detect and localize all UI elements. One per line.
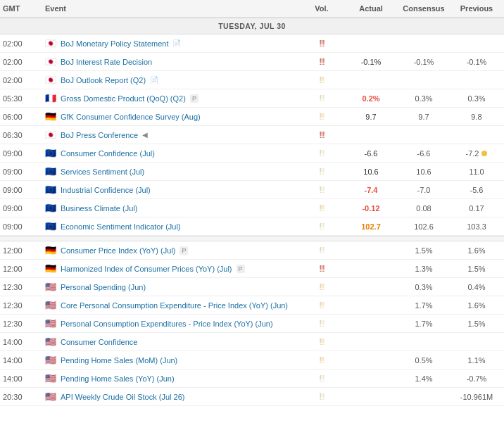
- event-cell: 🇪🇺Business Climate (Jul): [45, 204, 297, 213]
- section-label: TUESDAY, JUL 30: [0, 18, 504, 34]
- event-link[interactable]: Consumer Confidence (Jul): [61, 149, 155, 158]
- event-link[interactable]: Economic Sentiment Indicator (Jul): [61, 222, 181, 231]
- vol-indicator: !!!: [319, 149, 324, 158]
- flag-jp: 🇯🇵: [45, 39, 58, 48]
- consensus-cell: 0.3%: [396, 94, 452, 103]
- consensus-cell: 0.3%: [396, 283, 452, 291]
- consensus-cell: 1.4%: [396, 374, 452, 383]
- event-cell: 🇺🇸Consumer Confidence: [45, 338, 297, 346]
- vol-indicator: !!!: [319, 392, 324, 402]
- actual-cell: -0.12: [346, 204, 396, 213]
- table-row: 20:30🇺🇸API Weekly Crude Oil Stock (Jul 2…: [0, 388, 504, 406]
- flag-us: 🇺🇸: [45, 393, 58, 401]
- gmt-cell: 06:30: [3, 131, 45, 139]
- actual-cell: 0.2%: [346, 94, 396, 103]
- table-row: 06:30🇯🇵BoJ Press Conference◀!!!: [0, 126, 504, 144]
- actual-cell: 102.7: [346, 222, 396, 231]
- gmt-cell: 02:00: [3, 39, 45, 48]
- table-row: 14:00🇺🇸Pending Home Sales (MoM) (Jun)!!!…: [0, 351, 504, 370]
- event-link[interactable]: Services Sentiment (Jul): [61, 168, 144, 176]
- consensus-cell: 1.7%: [396, 320, 452, 328]
- vol-indicator: !!!: [319, 355, 324, 365]
- event-link[interactable]: Personal Spending (Jun): [61, 283, 146, 291]
- vol-cell: !!!: [297, 75, 346, 85]
- event-cell: 🇺🇸Pending Home Sales (YoY) (Jun): [45, 374, 297, 383]
- gmt-cell: 14:00: [3, 356, 45, 365]
- previous-cell: 9.8: [452, 113, 501, 121]
- event-cell: 🇩🇪Harmonized Index of Consumer Prices (Y…: [45, 265, 297, 273]
- vol-indicator: !!!: [319, 264, 324, 274]
- flag-eu: 🇪🇺: [45, 204, 58, 213]
- event-link[interactable]: Industrial Confidence (Jul): [61, 186, 151, 194]
- event-link[interactable]: Consumer Confidence: [61, 338, 137, 346]
- consensus-cell: 0.5%: [396, 356, 452, 365]
- table-row: 12:30🇺🇸Personal Spending (Jun)!!!0.3%0.4…: [0, 278, 504, 296]
- flag-us: 🇺🇸: [45, 338, 58, 346]
- event-cell: 🇩🇪Consumer Price Index (YoY) (Jul)P: [45, 246, 297, 255]
- vol-cell: !!!: [297, 392, 346, 402]
- actual-value: -7.4: [365, 186, 378, 194]
- gmt-cell: 12:30: [3, 283, 45, 291]
- event-link[interactable]: BoJ Press Conference: [61, 131, 138, 139]
- event-link[interactable]: BoJ Outlook Report (Q2): [61, 76, 146, 84]
- actual-value: 9.7: [365, 113, 376, 121]
- previous-cell: -0.7%: [452, 374, 501, 383]
- vol-indicator: !!!: [319, 167, 324, 177]
- header-gmt: GMT: [3, 4, 45, 13]
- vol-indicator: !!!: [319, 282, 324, 292]
- table-row: 02:00🇯🇵BoJ Outlook Report (Q2)📄!!!: [0, 71, 504, 89]
- event-link[interactable]: Harmonized Index of Consumer Prices (YoY…: [61, 265, 232, 273]
- event-cell: 🇪🇺Services Sentiment (Jul): [45, 168, 297, 176]
- vol-cell: !!!: [297, 222, 346, 232]
- event-cell: 🇪🇺Industrial Confidence (Jul): [45, 186, 297, 194]
- actual-cell: 10.6: [346, 168, 396, 176]
- table-row: 12:00🇩🇪Consumer Price Index (YoY) (Jul)P…: [0, 241, 504, 260]
- previous-cell: -7.2: [452, 149, 501, 158]
- flag-jp: 🇯🇵: [45, 76, 58, 84]
- previous-cell: 1.1%: [452, 356, 501, 365]
- vol-indicator: !!!: [319, 319, 324, 329]
- document-icon: 📄: [150, 76, 158, 84]
- consensus-cell: 102.6: [396, 222, 452, 231]
- flag-us: 🇺🇸: [45, 301, 58, 310]
- previous-cell: 1.5%: [452, 320, 501, 328]
- table-row: 09:00🇪🇺Economic Sentiment Indicator (Jul…: [0, 217, 504, 236]
- event-link[interactable]: Pending Home Sales (MoM) (Jun): [61, 356, 177, 365]
- vol-cell: !!!: [297, 337, 346, 347]
- flag-de: 🇩🇪: [45, 265, 58, 273]
- rows-container: 02:00🇯🇵BoJ Monetary Policy Statement📄!!!…: [0, 34, 504, 406]
- vol-cell: !!!: [297, 282, 346, 292]
- event-link[interactable]: API Weekly Crude Oil Stock (Jul 26): [61, 393, 184, 401]
- gmt-cell: 12:30: [3, 320, 45, 328]
- previous-cell: 1.6%: [452, 301, 501, 310]
- event-link[interactable]: Core Personal Consumption Expenditure - …: [61, 301, 288, 310]
- event-link[interactable]: Gross Domestic Product (QoQ) (Q2): [61, 94, 186, 103]
- vol-cell: !!!: [297, 149, 346, 158]
- event-link[interactable]: Personal Consumption Expenditures - Pric…: [61, 320, 273, 328]
- consensus-cell: -6.6: [396, 149, 452, 158]
- header-vol: Vol.: [297, 4, 346, 13]
- gmt-cell: 09:00: [3, 222, 45, 231]
- economic-calendar: GMT Event Vol. Actual Consensus Previous…: [0, 0, 504, 406]
- event-link[interactable]: BoJ Interest Rate Decision: [61, 58, 152, 66]
- document-icon: 📄: [172, 39, 181, 47]
- event-link[interactable]: GfK Consumer Confidence Survey (Aug): [61, 113, 201, 121]
- table-row: 02:00🇯🇵BoJ Interest Rate Decision!!!-0.1…: [0, 53, 504, 71]
- flag-de: 🇩🇪: [45, 246, 58, 255]
- flag-eu: 🇪🇺: [45, 186, 58, 194]
- event-cell: 🇫🇷Gross Domestic Product (QoQ) (Q2)P: [45, 94, 297, 103]
- event-link[interactable]: Business Climate (Jul): [61, 204, 137, 213]
- vol-indicator: !!!: [319, 222, 324, 232]
- event-link[interactable]: BoJ Monetary Policy Statement: [61, 39, 168, 48]
- gmt-cell: 09:00: [3, 149, 45, 158]
- vol-indicator: !!!: [319, 94, 324, 103]
- vol-indicator: !!!: [319, 57, 324, 67]
- header-event: Event: [45, 4, 297, 13]
- preliminary-tag: P: [179, 246, 188, 255]
- vol-cell: !!!: [297, 185, 346, 195]
- actual-value: -0.1%: [361, 58, 382, 66]
- event-link[interactable]: Consumer Price Index (YoY) (Jul): [61, 246, 175, 255]
- vol-cell: !!!: [297, 167, 346, 177]
- event-link[interactable]: Pending Home Sales (YoY) (Jun): [61, 374, 175, 383]
- previous-cell: 0.17: [452, 204, 501, 213]
